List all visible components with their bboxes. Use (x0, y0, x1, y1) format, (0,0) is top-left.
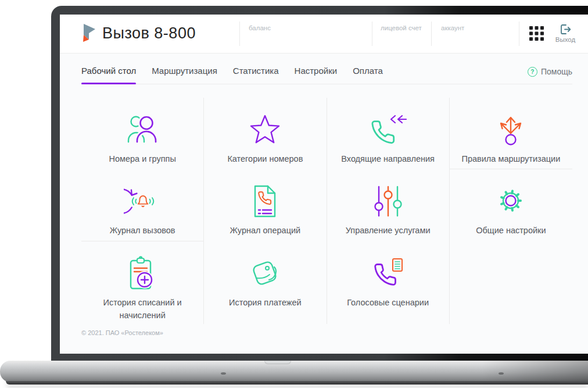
tab-statistics[interactable]: Статистика (233, 59, 279, 84)
main-nav: Рабочий стол Маршрутизация Статистика На… (81, 59, 572, 84)
gear-icon (493, 183, 528, 219)
tile-label: Входящие направления (341, 153, 435, 166)
tab-routing[interactable]: Маршрутизация (152, 59, 217, 84)
sliders-icon (372, 183, 404, 219)
tab-dashboard[interactable]: Рабочий стол (81, 59, 136, 84)
tile-charges-history[interactable]: История списаний и начислений (81, 241, 204, 324)
header-divider (519, 22, 519, 46)
tile-call-log[interactable]: Журнал вызовов (81, 169, 204, 241)
tab-payment[interactable]: Оплата (353, 59, 383, 84)
tile-payments-history[interactable]: История платежей (204, 241, 327, 324)
tile-label: История платежей (229, 297, 302, 309)
clipboard-plus-icon (127, 255, 158, 291)
users-icon (124, 112, 160, 148)
tile-label: Управление услугами (346, 225, 431, 237)
star-icon (249, 112, 281, 148)
tile-routing-rules[interactable]: Правила маршрутизации (450, 98, 572, 169)
app-header: Вызов 8-800 баланс лицевой счет аккаунт (60, 15, 588, 54)
operations-log-icon (252, 183, 278, 219)
question-circle-icon: ? (528, 67, 537, 77)
help-label: Помощь (541, 67, 572, 76)
header-divider (372, 22, 372, 46)
header-divider (431, 22, 432, 46)
apps-grid-icon[interactable] (529, 26, 544, 41)
laptop-foot (499, 372, 504, 375)
tile-label: Голосовые сценарии (347, 297, 429, 309)
tile-incoming-directions[interactable]: Входящие направления (327, 98, 450, 169)
account-label: аккаунт (441, 24, 464, 31)
tile-label: История списаний и начислений (89, 297, 196, 322)
tile-voice-scenarios[interactable]: Голосовые сценарии (327, 241, 450, 324)
tile-label: Номера и группы (109, 153, 175, 166)
balance-label: баланс (249, 24, 271, 31)
laptop-foot (221, 372, 226, 375)
screen-content: Вызов 8-800 баланс лицевой счет аккаунт (60, 15, 588, 354)
tile-number-categories[interactable]: Категории номеров (204, 98, 327, 169)
header-divider (239, 22, 240, 46)
rostelecom-logo (81, 22, 96, 45)
tile-label: Общие настройки (476, 225, 546, 237)
logout-button[interactable]: Выход (551, 24, 580, 43)
tile-label: Журнал вызовов (110, 225, 175, 237)
tile-numbers-groups[interactable]: Номера и группы (81, 98, 204, 169)
laptop-base (0, 361, 588, 382)
incoming-phone-icon (370, 112, 407, 148)
tile-operations-log[interactable]: Журнал операций (204, 169, 327, 241)
wallet-icon (248, 255, 282, 291)
tile-service-management[interactable]: Управление услугами (327, 169, 450, 241)
tile-label: Журнал операций (230, 225, 301, 237)
logout-icon (560, 24, 571, 35)
tile-empty-cell (450, 241, 572, 324)
tile-label: Категории номеров (227, 153, 303, 166)
laptop-latch-notch (264, 361, 291, 364)
personal-account-label: лицевой счет (381, 24, 422, 31)
routing-arrows-icon (493, 112, 528, 148)
tile-general-settings[interactable]: Общие настройки (450, 169, 572, 241)
dashboard-grid: Номера и группы Категории номеров (81, 98, 572, 324)
logout-label: Выход (551, 36, 580, 43)
app-title: Вызов 8-800 (102, 24, 196, 42)
laptop-screen-bezel: Вызов 8-800 баланс лицевой счет аккаунт (51, 6, 588, 362)
tab-settings[interactable]: Настройки (295, 59, 338, 84)
help-link[interactable]: ? Помощь (528, 67, 572, 77)
voice-script-icon (372, 255, 404, 291)
copyright-text: © 2021. ПАО «Ростелеком» (81, 329, 588, 336)
call-log-icon (124, 183, 161, 219)
tile-label: Правила маршрутизации (462, 153, 561, 166)
